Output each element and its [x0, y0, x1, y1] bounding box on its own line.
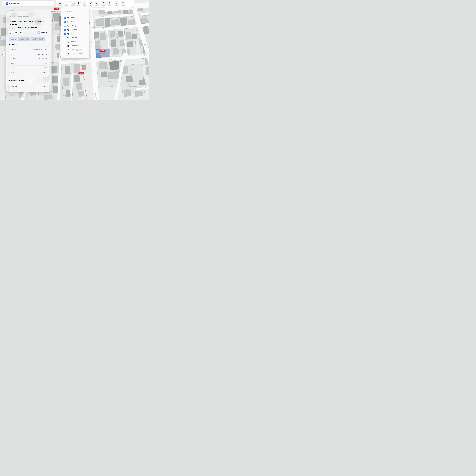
field-label: County:: [11, 58, 16, 59]
price-marker[interactable]: $389k: [78, 72, 84, 74]
price-marker-selected[interactable]: $649k: [100, 50, 105, 52]
layer-checkbox[interactable]: [64, 45, 66, 47]
map-pin-icon: [67, 24, 69, 27]
property-actions: PDF Add to AI: [9, 30, 49, 35]
ruler-icon: [90, 2, 92, 5]
field-label: City:: [11, 53, 14, 55]
field-label: APN:: [11, 71, 14, 73]
compass-button[interactable]: [76, 1, 81, 5]
search-icon: [9, 16, 11, 17]
layer-row-zoning[interactable]: Zoning: [64, 24, 87, 28]
layer-label: Topology: [71, 29, 78, 31]
tab-property-details[interactable]: Property Details: [18, 37, 30, 41]
parcel-id-heading: Parcel ID: [9, 43, 49, 45]
field-row-year-built: Year Built: 2014: [11, 83, 47, 90]
field-value: San Francisco: [38, 58, 47, 59]
add-to-ai-button[interactable]: Add to AI: [36, 30, 49, 35]
field-value: San Francisco: [38, 53, 47, 55]
layer-checkbox[interactable]: [64, 49, 66, 51]
price-marker[interactable]: $460k: [54, 8, 59, 10]
select-button[interactable]: [115, 1, 119, 5]
layer-checkbox[interactable]: [64, 17, 66, 18]
filter-button[interactable]: [121, 1, 125, 5]
layer-label: Satellite: [71, 37, 77, 39]
app-window: Clinton Park Clinton Park Erie St 13th S…: [0, 0, 149, 100]
property-details-heading: Property Details: [9, 79, 49, 82]
property-panel: 1875 MISSION ST APT 105, SAN FRANCISCO C…: [6, 12, 51, 92]
bottom-strip: [8, 100, 111, 100]
field-row-city: City: San Francisco: [11, 52, 47, 56]
filter-plus-icon: [122, 2, 124, 5]
layer-label: Parcels: [71, 17, 76, 18]
field-label: State:: [11, 62, 14, 64]
field-row-zip: Zip: 94103: [11, 65, 47, 70]
address-search[interactable]: [9, 16, 49, 17]
layer-checkbox[interactable]: [64, 41, 66, 43]
layer-row-3d[interactable]: 3D: [64, 32, 87, 36]
trash-icon: [102, 2, 104, 5]
layers-icon: [59, 2, 61, 5]
nodes-icon: [67, 41, 69, 43]
layer-row-gas-pipeline[interactable]: Gas Pipeline: [64, 44, 87, 48]
pointer-icon: [116, 2, 118, 5]
layer-row-la-sewer-pipes[interactable]: LA Sewer Pipes: [64, 52, 87, 56]
layer-checkbox[interactable]: [64, 25, 66, 27]
plug-icon: [67, 49, 69, 51]
search-input[interactable]: [12, 16, 49, 17]
layer-row-boundaries[interactable]: Boundaries: [64, 40, 87, 44]
tab-planning-zoning[interactable]: Planning and Zoning: [31, 37, 45, 41]
layer-row-satellite[interactable]: Satellite: [64, 36, 87, 40]
layer-checkbox[interactable]: [64, 29, 66, 31]
satellite-icon: [67, 37, 69, 39]
field-row-apn: APN: 3548128: [11, 70, 47, 75]
locate-button[interactable]: [14, 31, 18, 35]
header-brand-card: ArchiWise: [2, 0, 54, 6]
export-pdf-button[interactable]: PDF: [9, 31, 13, 35]
home-icon: [67, 20, 69, 23]
layer-checkbox[interactable]: [64, 33, 66, 35]
layer-label: Gas Pipeline: [71, 45, 80, 47]
camera-icon: [108, 2, 111, 5]
brand-name: ArchiWise: [9, 2, 19, 4]
tab-parcel-id[interactable]: Parcel ID: [9, 37, 17, 41]
compass-needle-icon: [77, 2, 80, 4]
layers-button[interactable]: [58, 1, 62, 5]
layer-label: MLS: [71, 20, 74, 23]
tilt-45-button[interactable]: 45°: [83, 1, 87, 5]
zoning-code-label: Zoning Code:: [9, 27, 17, 29]
zoom-out-button[interactable]: [70, 1, 75, 5]
property-tabs: Parcel ID Property Details Planning and …: [9, 37, 49, 41]
field-row-address: Address: 1875 Mission St Apt 105: [11, 47, 47, 52]
globe-icon: [67, 29, 69, 31]
ai-glow-icon: [37, 32, 40, 34]
field-row-state: State: CA: [11, 61, 47, 65]
layout-icon: [2, 53, 4, 55]
zoom-in-button[interactable]: [64, 1, 68, 5]
layer-checkbox[interactable]: [64, 53, 66, 55]
field-label: Address:: [11, 49, 16, 50]
measure-button[interactable]: [89, 1, 93, 5]
panel-layout-button[interactable]: [1, 52, 5, 56]
draw-button[interactable]: [95, 1, 99, 5]
minus-icon: [71, 2, 73, 4]
field-value: 2014: [44, 86, 47, 87]
parcel-id-card: Address: 1875 Mission St Apt 105 City: S…: [9, 47, 49, 77]
layer-row-topology[interactable]: Topology: [64, 28, 87, 32]
repeat-icon: [20, 32, 22, 34]
field-value: 3548128: [41, 71, 47, 73]
layer-row-parcels[interactable]: Parcels: [64, 16, 87, 20]
layer-row-mls[interactable]: MLS: [64, 20, 87, 24]
add-to-ai-label: Add to AI: [41, 32, 47, 34]
layer-checkbox[interactable]: [64, 37, 66, 39]
refresh-parcel-button[interactable]: [19, 31, 23, 35]
field-value: 94103: [43, 67, 47, 68]
layer-checkbox[interactable]: [64, 20, 66, 23]
map-layers-list: ParcelsMLSZoningTopology3DSatelliteBound…: [64, 16, 87, 56]
delete-button[interactable]: [101, 1, 105, 5]
svg-text:PDF: PDF: [10, 33, 11, 33]
layer-label: Electricity Lines: [71, 49, 83, 51]
snapshot-button[interactable]: [107, 1, 112, 5]
layer-label: 3D: [71, 33, 73, 35]
plus-icon: [65, 2, 67, 4]
layer-row-electricity-lines[interactable]: Electricity Lines: [64, 48, 87, 52]
